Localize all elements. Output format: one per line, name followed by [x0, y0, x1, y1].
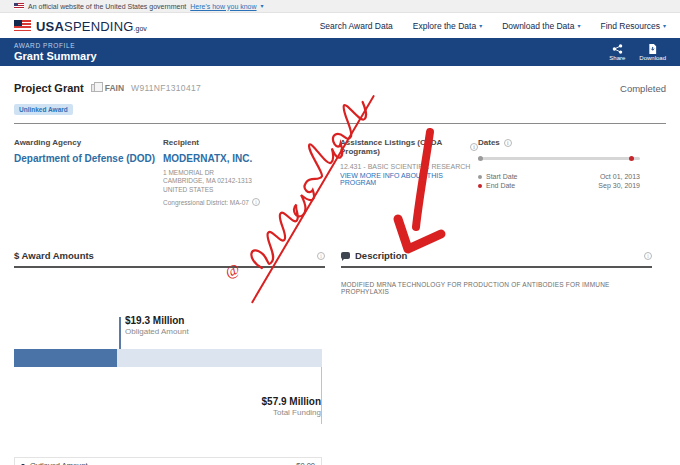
flag-logo-icon — [14, 20, 31, 32]
chevron-down-icon: ▾ — [261, 3, 264, 9]
share-label: Share — [609, 55, 625, 61]
main-content: Project Grant FAIN W911NF1310417 Complet… — [0, 82, 680, 465]
end-date-dot — [629, 156, 634, 161]
award-amounts-chart: $19.3 Million Obligated Amount $57.9 Mil… — [14, 268, 325, 457]
download-button[interactable]: Download — [639, 44, 666, 61]
heres-how-you-know-link[interactable]: Here's how you know — [190, 3, 256, 10]
award-type: Project Grant — [14, 82, 84, 94]
start-date-row: Start Date Oct 01, 2013 — [478, 173, 640, 180]
description-text: MODIFIED MRNA TECHNOLOGY FOR PRODUCTION … — [341, 281, 652, 295]
gov-banner: An official website of the United States… — [0, 0, 680, 13]
award-identity-row: Project Grant FAIN W911NF1310417 Complet… — [14, 82, 666, 94]
awarding-agency-link[interactable]: Department of Defense (DOD) — [14, 153, 155, 164]
obligated-amount-label: $19.3 Million — [125, 315, 189, 326]
download-label: Download — [639, 55, 666, 61]
start-date-value: Oct 01, 2013 — [600, 173, 640, 180]
info-icon[interactable] — [644, 252, 652, 260]
total-funding-callout-line — [321, 367, 322, 424]
total-funding-bar[interactable] — [117, 349, 322, 367]
info-icon[interactable] — [470, 143, 478, 151]
obligated-callout-line — [119, 317, 121, 349]
dates-progress-track — [478, 157, 640, 160]
award-amounts-title: $ Award Amounts — [14, 250, 94, 261]
fain-value: W911NF1310417 — [131, 83, 201, 93]
description-section: Description MODIFIED MRNA TECHNOLOGY FOR… — [341, 250, 652, 465]
recipient-label: Recipient — [163, 138, 340, 147]
main-nav: Search Award Data Explore the Data▾ Down… — [320, 21, 666, 31]
awarding-agency-label: Awarding Agency — [14, 138, 163, 147]
unlinked-award-badge: Unlinked Award — [14, 104, 73, 115]
description-title: Description — [355, 250, 407, 261]
obligated-amount-sublabel: Obligated Amount — [125, 327, 189, 336]
site-header: USASPENDING.gov Search Award Data Explor… — [0, 13, 680, 38]
start-date-dot — [478, 156, 483, 161]
amounts-legend-table: Outlayed Amount $0.00 Obligated Amount $… — [14, 457, 322, 465]
info-icon[interactable] — [317, 252, 325, 260]
end-date-row: End Date Sep 30, 2019 — [478, 182, 640, 189]
recipient-address: 1 MEMORIAL DR CAMBRIDGE, MA 02142-1313 U… — [163, 169, 340, 194]
overview-grid: Awarding Agency Department of Defense (D… — [14, 138, 666, 206]
cfda-label: Assistance Listings (CFDA Programs) — [340, 138, 466, 156]
award-profile-hero: AWARD PROFILE Grant Summary Share Downlo… — [0, 38, 680, 66]
fain-label: FAIN — [105, 83, 124, 93]
status-text: Completed — [620, 83, 666, 94]
download-icon — [648, 44, 657, 54]
nav-explore-the-data[interactable]: Explore the Data▾ — [413, 21, 482, 31]
chevron-down-icon: ▾ — [577, 23, 580, 29]
congressional-district: Congressional District: MA-07 — [163, 199, 249, 206]
chevron-down-icon: ▾ — [479, 23, 482, 29]
obligated-bar[interactable] — [14, 349, 117, 367]
official-website-text: An official website of the United States… — [28, 3, 186, 10]
logo-gov: .gov — [134, 25, 147, 32]
share-icon — [612, 44, 623, 54]
cfda-more-info-link[interactable]: VIEW MORE INFO ABOUT THIS PROGRAM — [340, 172, 478, 186]
table-row: Outlayed Amount $0.00 — [15, 458, 321, 465]
end-date-value: Sep 30, 2019 — [598, 182, 640, 189]
hero-kicker: AWARD PROFILE — [14, 42, 97, 49]
usaspending-logo[interactable]: USASPENDING.gov — [14, 17, 147, 35]
logo-usa: USA — [36, 19, 64, 34]
red-bullet-icon — [478, 184, 482, 188]
page-title: Grant Summary — [14, 50, 97, 62]
cfda-value: 12.431 - BASIC SCIENTIFIC RESEARCH — [340, 163, 478, 170]
info-icon[interactable] — [252, 198, 260, 206]
divider — [14, 123, 666, 124]
total-funding-label: $57.9 Million — [262, 396, 321, 407]
award-amounts-section: $ Award Amounts $19.3 Million Obligated … — [14, 250, 325, 465]
nav-download-the-data[interactable]: Download the Data▾ — [502, 21, 580, 31]
nav-search-award-data[interactable]: Search Award Data — [320, 21, 393, 31]
gray-bullet-icon — [478, 175, 482, 179]
recipient-link[interactable]: MODERNATX, INC. — [163, 153, 252, 164]
info-icon[interactable] — [504, 139, 512, 147]
copy-icon[interactable] — [91, 84, 98, 92]
dates-label: Dates — [478, 138, 500, 147]
share-button[interactable]: Share — [609, 44, 625, 61]
outlayed-value: $0.00 — [296, 461, 315, 465]
us-flag-icon — [14, 3, 24, 9]
nav-find-resources[interactable]: Find Resources▾ — [600, 21, 666, 31]
logo-spending: SPENDING — [64, 19, 134, 34]
chevron-down-icon: ▾ — [663, 23, 666, 29]
total-funding-sublabel: Total Funding — [262, 408, 321, 417]
speech-bubble-icon — [341, 252, 350, 259]
